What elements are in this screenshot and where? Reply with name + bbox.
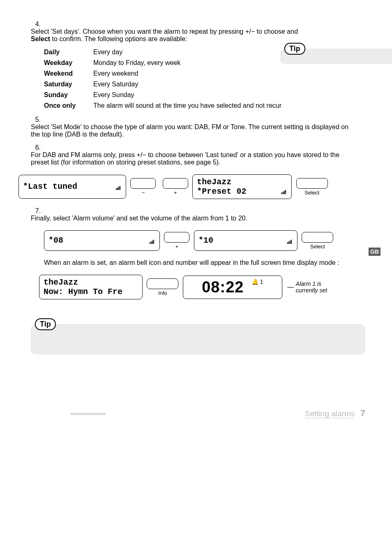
step-7-text: Finally, select 'Alarm volume' and set t… xyxy=(31,215,351,222)
svg-rect-9 xyxy=(151,241,152,244)
step-5-number: 5. xyxy=(31,116,41,123)
step-4-text: Select 'Set days'. Choose when you want … xyxy=(31,28,351,43)
svg-rect-11 xyxy=(153,240,154,244)
svg-rect-10 xyxy=(152,241,153,244)
svg-rect-6 xyxy=(284,191,285,194)
step-5-text: Select 'Set Mode' to choose the type of … xyxy=(31,123,351,138)
step-6-text: For DAB and FM alarms only, press +/− to… xyxy=(31,151,351,166)
callout-line: — xyxy=(287,283,294,290)
locale-badge: GB xyxy=(369,248,380,256)
svg-rect-4 xyxy=(281,192,282,194)
step-4-number: 4. xyxy=(31,21,41,28)
signal-icon xyxy=(287,239,293,244)
signal-icon xyxy=(150,239,155,244)
select-button[interactable]: Select xyxy=(296,178,328,196)
lcd-preset: theJazz *Preset 02 xyxy=(192,174,292,199)
tip-badge: Tip xyxy=(284,43,305,55)
svg-rect-14 xyxy=(290,241,291,244)
minus-button[interactable]: − xyxy=(130,178,156,196)
plus-button[interactable]: + xyxy=(163,178,188,196)
info-button[interactable]: Info xyxy=(147,278,178,296)
alarm-note: Alarm 1 iscurrently set xyxy=(296,280,327,294)
lcd-vol-10: *10 xyxy=(194,230,297,251)
svg-rect-0 xyxy=(116,188,117,190)
svg-rect-13 xyxy=(288,241,289,244)
bell-icon: 🔔 1 xyxy=(251,278,263,285)
tip-callout-1: Tip xyxy=(280,49,392,64)
tip-badge-2: Tip xyxy=(35,318,56,330)
tip-callout-2: Tip xyxy=(31,324,365,354)
signal-icon xyxy=(281,189,287,194)
lcd-clock: 08:22 🔔 1 xyxy=(183,276,282,299)
select-button-2[interactable]: Select xyxy=(302,232,333,250)
after-alarm-text: When an alarm is set, an alarm bell icon… xyxy=(44,259,365,266)
lcd-last-tuned: *Last tuned xyxy=(18,175,126,199)
step-7-number: 7. xyxy=(31,207,41,215)
svg-rect-3 xyxy=(120,186,120,190)
lcd-vol-08: *08 xyxy=(44,230,160,251)
svg-rect-8 xyxy=(150,242,150,244)
page-footer: Setting alarms 7 xyxy=(31,408,365,419)
svg-rect-12 xyxy=(287,242,288,244)
svg-rect-2 xyxy=(118,187,119,190)
svg-rect-7 xyxy=(285,190,286,194)
lcd-now-playing: theJazz Now: Hymn To Fre xyxy=(39,275,143,299)
signal-icon xyxy=(116,185,122,190)
step-6-number: 6. xyxy=(31,144,41,151)
svg-rect-1 xyxy=(117,188,118,190)
plus-button-2[interactable]: + xyxy=(164,232,189,250)
svg-rect-15 xyxy=(291,240,292,244)
svg-rect-5 xyxy=(283,192,284,194)
